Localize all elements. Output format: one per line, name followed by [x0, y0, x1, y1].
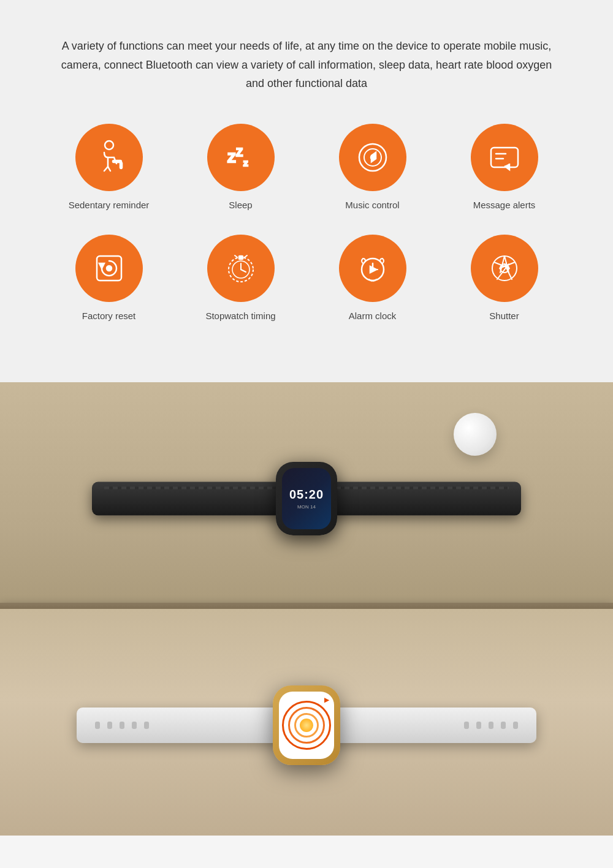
message-alerts-icon: [486, 139, 523, 176]
stopwatch-label: Stopwatch timing: [205, 311, 275, 321]
svg-point-14: [107, 266, 112, 271]
svg-line-18: [241, 270, 246, 272]
stopwatch-icon: [223, 250, 259, 287]
watch2-screen: ▶: [279, 692, 334, 759]
feature-shutter: Shutter: [444, 235, 564, 321]
sleep-label: Sleep: [229, 200, 252, 210]
alarm-clock-label: Alarm clock: [349, 311, 397, 321]
message-alerts-label: Message alerts: [473, 200, 536, 210]
factory-reset-label: Factory reset: [82, 311, 136, 321]
band-hole: [489, 722, 493, 729]
watch2-case: ▶: [273, 685, 340, 765]
watch1-date: MON 14: [297, 504, 316, 510]
watch1-container: 05:20 MON 14: [92, 431, 521, 566]
music-control-icon: [354, 139, 391, 176]
svg-text:Z: Z: [227, 150, 235, 165]
band-hole: [464, 722, 469, 729]
band-hole: [120, 722, 124, 729]
svg-text:Z: Z: [236, 146, 243, 159]
sedentary-reminder-label: Sedentary reminder: [69, 200, 150, 210]
music-control-label: Music control: [345, 200, 399, 210]
svg-marker-25: [370, 266, 376, 273]
sedentary-reminder-icon: [91, 139, 128, 176]
svg-point-0: [105, 141, 113, 149]
feature-stopwatch: Stopwatch timing: [181, 235, 300, 321]
alarm-clock-icon: [354, 250, 391, 287]
feature-message-alerts: Message alerts: [444, 124, 564, 210]
svg-line-20: [235, 255, 237, 257]
watch1-screen: 05:20 MON 14: [282, 468, 331, 529]
shutter-icon-circle: [471, 235, 538, 302]
feature-alarm-clock: Alarm clock: [313, 235, 432, 321]
sleep-icon-circle: Z Z z: [207, 124, 275, 191]
stopwatch-icon-circle: [207, 235, 275, 302]
feature-sleep: Z Z z Sleep: [181, 124, 300, 210]
features-grid: Sedentary reminder Z Z z Sleep: [49, 124, 564, 358]
watch2-screen-inner: ▶: [279, 692, 334, 759]
alarm-clock-icon-circle: [339, 235, 406, 302]
svg-marker-13: [99, 263, 104, 268]
svg-rect-2: [120, 162, 122, 168]
band-hole: [95, 722, 100, 729]
svg-point-8: [371, 156, 375, 159]
ring3: [294, 713, 319, 738]
svg-point-26: [492, 256, 517, 281]
band-holes-right: [464, 722, 518, 729]
shutter-icon: [486, 250, 523, 287]
band-hole: [513, 722, 518, 729]
factory-reset-icon: [91, 250, 128, 287]
svg-text:z: z: [243, 157, 248, 168]
sleep-icon: Z Z z: [223, 139, 259, 176]
message-alerts-icon-circle: [471, 124, 538, 191]
description-text: A variety of functions can meet your nee…: [55, 37, 558, 93]
watch1-time: 05:20: [289, 488, 324, 502]
feature-factory-reset: Factory reset: [49, 235, 169, 321]
shutter-label: Shutter: [489, 311, 519, 321]
sedentary-reminder-icon-circle: [75, 124, 143, 191]
white-ball: [454, 413, 497, 456]
band-hole: [107, 722, 112, 729]
band-holes-left: [95, 722, 149, 729]
band-hole: [476, 722, 481, 729]
music-control-icon-circle: [339, 124, 406, 191]
watch2-container: ▶: [77, 658, 536, 793]
watch1-case: 05:20 MON 14: [276, 462, 337, 535]
feature-sedentary-reminder: Sedentary reminder: [49, 124, 169, 210]
top-section: A variety of functions can meet your nee…: [0, 0, 613, 382]
watch2-app-icon: ▶: [324, 696, 329, 703]
svg-line-21: [245, 255, 247, 257]
factory-reset-icon-circle: [75, 235, 143, 302]
band-hole: [144, 722, 149, 729]
svg-rect-9: [491, 148, 518, 167]
band-hole: [132, 722, 137, 729]
svg-rect-19: [239, 256, 243, 259]
band-hole: [501, 722, 506, 729]
photo-section: 05:20 MON 14: [0, 382, 613, 836]
feature-music-control: Music control: [313, 124, 432, 210]
